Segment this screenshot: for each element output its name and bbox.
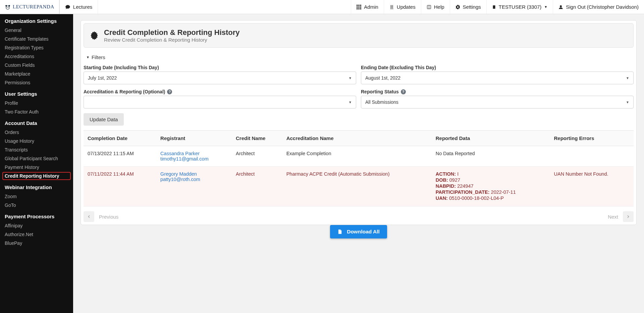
brand-logo[interactable]: LECTUREPANDA	[0, 0, 59, 14]
results-table: Completion DateRegistrantCredit NameAccr…	[84, 130, 634, 207]
caret-down-icon: ▼	[86, 55, 90, 59]
svg-point-17	[560, 5, 562, 7]
filters-toggle-label: Filters	[92, 54, 105, 60]
download-all-label: Download All	[347, 229, 380, 235]
grid-icon	[357, 5, 361, 9]
caret-down-icon: ▼	[544, 5, 547, 9]
sidebar-item-affinipay[interactable]: Affinipay	[0, 221, 73, 230]
table-header: Credit Name	[232, 131, 282, 146]
nav-signout-label: Sign Out (Christopher Davidson)	[566, 4, 639, 10]
page-subtitle: Review Credit Completion & Reporting His…	[104, 37, 240, 43]
starting-date-value: July 1st, 2022	[88, 75, 117, 81]
page-header: Credit Completion & Reporting History Re…	[84, 23, 634, 48]
help-icon[interactable]: ?	[167, 89, 172, 94]
sidebar-item-orders[interactable]: Orders	[0, 128, 73, 137]
starting-date-field: Starting Date (Including This Day) July …	[84, 65, 356, 84]
ending-date-input[interactable]: August 1st, 2022 ▼	[361, 72, 634, 84]
sidebar-item-permissions[interactable]: Permissions	[0, 78, 73, 87]
table-header: Completion Date	[84, 131, 156, 146]
sidebar-item-two-factor-auth[interactable]: Two Factor Auth	[0, 107, 73, 116]
caret-down-icon: ▼	[348, 76, 352, 80]
reporting-status-input[interactable]: All Submissions ▼	[361, 96, 634, 108]
table-row: 07/11/2022 11:44 AMGregory Maddenpatty10…	[84, 167, 634, 207]
sidebar-item-custom-fields[interactable]: Custom Fields	[0, 61, 73, 70]
nav-testuser[interactable]: TESTUSER (3307) ▼	[486, 0, 553, 14]
sidebar-item-accreditations[interactable]: Accreditations	[0, 52, 73, 61]
pager-prev-button[interactable]	[84, 211, 94, 222]
book-icon	[427, 5, 431, 9]
cell-registrant: Gregory Maddenpatty10@roth.com	[156, 167, 232, 207]
sidebar-item-profile[interactable]: Profile	[0, 99, 73, 107]
sidebar-heading: Organization Settings	[0, 14, 73, 26]
pager: Previous Next	[81, 207, 636, 225]
registrant-email-link[interactable]: patty10@roth.com	[160, 177, 228, 182]
pager-next-button[interactable]	[623, 211, 634, 222]
nav-settings[interactable]: Settings	[450, 0, 486, 14]
svg-rect-8	[357, 6, 358, 8]
ending-date-value: August 1st, 2022	[365, 75, 400, 81]
sidebar-item-zoom[interactable]: Zoom	[0, 192, 73, 201]
nav-help[interactable]: Help	[421, 0, 450, 14]
topbar: LECTUREPANDA Lectures Admin Updates Help…	[0, 0, 644, 14]
filters-toggle[interactable]: ▼ Filters	[84, 53, 634, 61]
registrant-email-link[interactable]: timothy11@gmail.com	[160, 156, 228, 162]
table-header: Reported Data	[432, 131, 550, 146]
svg-point-2	[8, 5, 10, 7]
svg-rect-5	[357, 5, 358, 6]
svg-rect-12	[359, 8, 360, 9]
starting-date-label: Starting Date (Including This Day)	[84, 65, 356, 70]
cell-completion-date: 07/11/2022 11:44 AM	[84, 167, 156, 207]
user-icon	[558, 5, 563, 9]
sidebar-item-certificate-templates[interactable]: Certificate Templates	[0, 35, 73, 43]
certificate-icon	[90, 31, 99, 40]
sidebar-item-general[interactable]: General	[0, 26, 73, 35]
svg-point-3	[7, 7, 7, 7]
sidebar: Organization SettingsGeneralCertificate …	[0, 14, 73, 313]
sidebar-item-usage-history[interactable]: Usage History	[0, 137, 73, 145]
svg-point-1	[5, 5, 7, 7]
caret-down-icon: ▼	[626, 100, 629, 104]
update-data-button[interactable]: Update Data	[84, 113, 124, 126]
sidebar-item-authorize-net[interactable]: Authorize.Net	[0, 230, 73, 239]
sidebar-item-transcripts[interactable]: Transcripts	[0, 145, 73, 154]
sidebar-item-bluepay[interactable]: BluePay	[0, 239, 73, 248]
nav-help-label: Help	[434, 4, 444, 10]
building-solid-icon	[492, 5, 496, 9]
main-panel: Credit Completion & Reporting History Re…	[80, 20, 637, 225]
caret-down-icon: ▼	[348, 100, 352, 104]
nav-updates[interactable]: Updates	[384, 0, 421, 14]
nav-lectures[interactable]: Lectures	[59, 0, 98, 14]
nav-admin[interactable]: Admin	[351, 0, 384, 14]
chevron-right-icon	[626, 215, 630, 219]
registrant-name-link[interactable]: Gregory Madden	[160, 171, 228, 177]
help-icon[interactable]: ?	[401, 89, 406, 94]
svg-point-4	[8, 7, 9, 7]
nav-signout[interactable]: Sign Out (Christopher Davidson)	[553, 0, 644, 14]
sidebar-item-global-participant-search[interactable]: Global Participant Search	[0, 154, 73, 163]
svg-rect-16	[493, 5, 495, 9]
accreditation-input[interactable]: ▼	[84, 96, 356, 108]
sidebar-item-payment-history[interactable]: Payment History	[0, 163, 73, 172]
reporting-status-field: Reporting Status ? All Submissions ▼	[361, 89, 634, 108]
registrant-name-link[interactable]: Cassandra Parker	[160, 151, 228, 156]
building-icon	[389, 5, 394, 9]
caret-down-icon: ▼	[626, 76, 629, 80]
cell-reported-data: ACTION: IDOB: 0927NABPID: 224947PARTICIP…	[432, 167, 550, 207]
svg-rect-9	[359, 6, 360, 8]
ending-date-label: Ending Date (Excluding This Day)	[361, 65, 634, 70]
sidebar-item-goto[interactable]: GoTo	[0, 201, 73, 210]
svg-rect-6	[359, 5, 360, 6]
panda-icon	[5, 4, 11, 10]
starting-date-input[interactable]: July 1st, 2022 ▼	[84, 72, 356, 84]
sidebar-item-credit-reporting-history[interactable]: Credit Reporting History	[3, 172, 70, 180]
ending-date-field: Ending Date (Excluding This Day) August …	[361, 65, 634, 84]
cell-reporting-errors: UAN Number Not Found.	[550, 167, 634, 207]
svg-rect-10	[360, 6, 362, 8]
reporting-status-value: All Submissions	[365, 99, 398, 105]
sidebar-item-marketplace[interactable]: Marketplace	[0, 70, 73, 78]
table-row: 07/13/2022 11:15 AMCassandra Parkertimot…	[84, 146, 634, 167]
pager-next-label: Next	[608, 214, 618, 220]
download-all-button[interactable]: Download All	[330, 225, 387, 238]
file-download-icon	[337, 229, 342, 234]
sidebar-item-registration-types[interactable]: Registration Types	[0, 43, 73, 52]
